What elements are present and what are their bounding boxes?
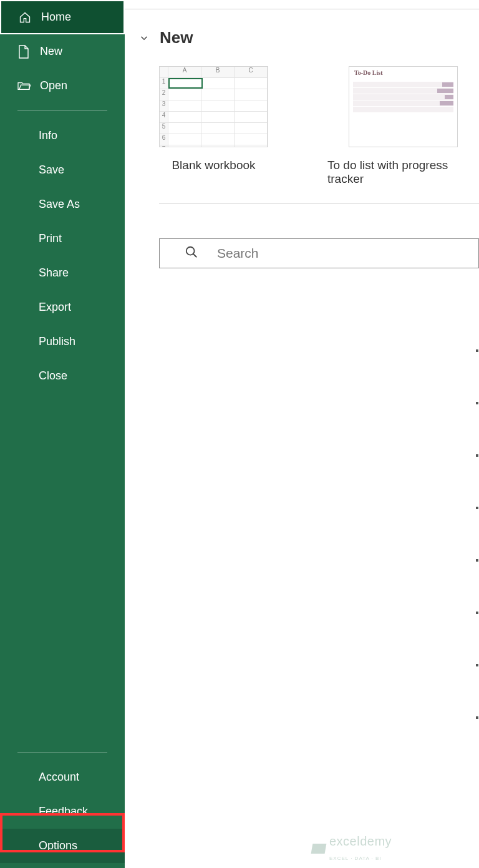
watermark-brand: exceldemy (329, 834, 392, 849)
sidebar-home-label: Home (41, 11, 71, 24)
template-blank-label: Blank workbook (172, 158, 255, 172)
sidebar-item-export[interactable]: Export (0, 290, 125, 324)
sidebar-item-open[interactable]: Open (0, 69, 125, 103)
sidebar-item-save[interactable]: Save (0, 153, 125, 187)
sidebar-item-info[interactable]: Info (0, 119, 125, 153)
template-gallery: ABC 1 2 3 4 5 6 7 Blank workbook To-Do L… (125, 66, 479, 186)
template-blank-workbook[interactable]: ABC 1 2 3 4 5 6 7 Blank workbook (159, 66, 268, 186)
template-todo-list[interactable]: To-Do List To do list with progress trac… (327, 66, 479, 186)
sidebar-item-options[interactable]: Options (0, 829, 125, 863)
search-icon (185, 245, 198, 261)
document-icon (16, 45, 31, 59)
backstage-sidebar: Home New Open Info Save Save As Print Sh… (0, 0, 125, 868)
sidebar-item-print[interactable]: Print (0, 222, 125, 256)
sidebar-item-publish[interactable]: Publish (0, 324, 125, 359)
gallery-divider (159, 203, 479, 204)
sidebar-item-saveas[interactable]: Save As (0, 187, 125, 222)
sidebar-divider-bottom (17, 752, 107, 753)
scrollbar-hint (476, 349, 478, 849)
svg-point-0 (186, 247, 195, 255)
watermark-logo-icon (311, 844, 327, 854)
sidebar-item-feedback[interactable]: Feedback (0, 794, 125, 829)
search-input[interactable] (217, 246, 478, 261)
watermark-tag: EXCEL · DATA · BI (329, 856, 382, 861)
watermark: exceldemy EXCEL · DATA · BI (312, 834, 392, 863)
sidebar-new-label: New (40, 45, 62, 58)
home-icon (17, 11, 32, 24)
template-blank-thumb: ABC 1 2 3 4 5 6 7 (159, 66, 268, 147)
new-section-header[interactable]: New (125, 9, 479, 57)
sidebar-item-home[interactable]: Home (0, 0, 125, 34)
template-todo-thumb: To-Do List (349, 66, 458, 147)
backstage-main: New ABC 1 2 3 4 5 6 7 Blank workbook (125, 0, 479, 868)
new-section-label: New (160, 28, 193, 47)
folder-open-icon (16, 80, 31, 92)
sidebar-item-account[interactable]: Account (0, 760, 125, 794)
chevron-down-icon (136, 32, 152, 44)
sidebar-item-share[interactable]: Share (0, 256, 125, 290)
sidebar-divider (17, 110, 107, 111)
sidebar-open-label: Open (40, 79, 67, 92)
template-todo-label: To do list with progress tracker (327, 158, 479, 186)
sidebar-item-close[interactable]: Close (0, 359, 125, 393)
sidebar-item-new[interactable]: New (0, 34, 125, 69)
search-box[interactable] (159, 238, 479, 268)
